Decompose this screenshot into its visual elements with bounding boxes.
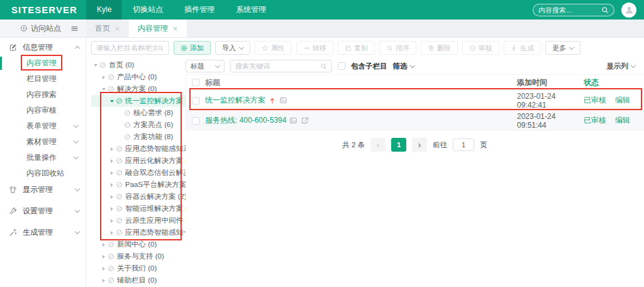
tree-node[interactable]: 关于我们 (0): [91, 262, 186, 274]
field-select[interactable]: 标题: [186, 60, 225, 72]
content-title-link[interactable]: 服务热线: 400-600-5394: [205, 115, 286, 126]
tree-toggle-icon[interactable]: [109, 100, 115, 103]
tree-toggle-icon[interactable]: [109, 195, 115, 199]
tree-node[interactable]: 新闻中心 (0): [91, 239, 186, 250]
review-button[interactable]: 审核: [462, 41, 499, 55]
tree-node[interactable]: 智能运维解决方案 (: [91, 203, 186, 215]
tree-toggle-icon[interactable]: [101, 88, 107, 91]
filter-toggle[interactable]: 筛选: [393, 62, 414, 71]
channel-search[interactable]: [91, 41, 169, 55]
sidebar-item-content-recycle-bin[interactable]: 内容回收站: [0, 166, 86, 181]
global-search[interactable]: [533, 4, 614, 16]
add-button[interactable]: 添加: [174, 41, 211, 55]
tree-toggle-icon[interactable]: [101, 267, 107, 271]
tab-content-management[interactable]: 内容管理: [129, 20, 187, 37]
app-logo[interactable]: SiteServer: [0, 0, 86, 20]
nav-system-management[interactable]: 系统管理: [225, 0, 277, 20]
prev-page-button[interactable]: [370, 138, 386, 152]
tree-toggle-icon[interactable]: [109, 207, 115, 211]
tree-node[interactable]: PaaS平台解决方案 (: [91, 179, 186, 191]
tree-node[interactable]: 首页 (0): [91, 59, 186, 71]
goto-page-input[interactable]: [453, 138, 474, 151]
tree-node[interactable]: 方案功能 (8): [91, 131, 186, 143]
delete-button[interactable]: 删除: [421, 41, 458, 55]
sidebar-item-material-management[interactable]: 素材管理: [0, 134, 86, 150]
collapse-sidebar-icon[interactable]: [70, 25, 79, 33]
tree-toggle-icon[interactable]: [101, 279, 107, 283]
tree-node-label: 融合双态信创云解决: [125, 168, 186, 177]
tree-node[interactable]: 解决方案 (0): [91, 83, 186, 95]
sidebar-item-info-management[interactable]: 信息管理: [0, 39, 86, 55]
transfer-button[interactable]: 转移: [296, 41, 333, 55]
next-page-button[interactable]: [412, 138, 427, 152]
global-search-input[interactable]: [538, 6, 601, 14]
tree-toggle-icon[interactable]: [109, 231, 115, 235]
generate-button[interactable]: 生成: [504, 41, 541, 55]
row-checkbox[interactable]: [192, 97, 199, 104]
tree-node[interactable]: 服务与支持 (0): [91, 250, 186, 262]
tree-node[interactable]: 统一监控解决方案 (: [91, 95, 186, 107]
sort-button[interactable]: 排序: [379, 41, 416, 55]
keyword-search[interactable]: [230, 60, 332, 72]
user-avatar[interactable]: [621, 3, 636, 18]
current-page-button[interactable]: 1: [391, 138, 406, 152]
tree-toggle-icon[interactable]: [109, 183, 115, 187]
tree-node-label: 核心需求 (8): [133, 108, 173, 118]
link-icon: [108, 241, 114, 248]
tree-node[interactable]: 容器云解决方案 (2): [91, 191, 186, 203]
tree-toggle-icon[interactable]: [109, 219, 115, 223]
tree-toggle-icon[interactable]: [109, 147, 115, 151]
nav-user[interactable]: Kyle: [86, 0, 122, 20]
tree-node[interactable]: 产品中心 (0): [91, 71, 186, 83]
chevron-down-icon: [75, 228, 80, 234]
more-button[interactable]: 更多: [545, 41, 580, 55]
select-all-checkbox[interactable]: [192, 79, 199, 86]
sidebar-item-generate-management[interactable]: 生成管理: [0, 224, 86, 240]
nav-plugin-management[interactable]: 插件管理: [174, 0, 225, 20]
tree-toggle-icon[interactable]: [101, 243, 107, 247]
sidebar-item-content-management[interactable]: 内容管理: [0, 55, 86, 71]
sidebar-item-content-search[interactable]: 内容搜索: [0, 87, 86, 103]
row-checkbox[interactable]: [192, 117, 199, 125]
sidebar-item-content-review[interactable]: 内容审核: [0, 103, 86, 118]
tree-node-label: 云原生应用中间件 (: [125, 216, 186, 225]
sidebar-item-settings-management[interactable]: 设置管理: [0, 203, 86, 219]
tab-close-icon[interactable]: [172, 26, 178, 31]
search-icon[interactable]: [601, 6, 609, 14]
link-icon: [116, 193, 123, 200]
tree-node[interactable]: 应用云化解决方案 (: [91, 155, 186, 167]
visit-site-link[interactable]: 访问站点: [20, 23, 61, 34]
tree-toggle-icon[interactable]: [109, 159, 115, 163]
tree-node[interactable]: 融合双态信创云解决: [91, 167, 186, 179]
tree-toggle-icon[interactable]: [101, 255, 107, 259]
tree-node[interactable]: 方案亮点 (6): [91, 119, 186, 131]
tree-toggle-icon[interactable]: [109, 171, 115, 175]
attributes-button[interactable]: 属性: [255, 41, 292, 55]
sidebar-item-form-management[interactable]: 表单管理: [0, 118, 86, 134]
edit-link[interactable]: 编辑: [615, 116, 630, 125]
tree-node[interactable]: 应用态势智能感知系: [91, 143, 186, 155]
import-button[interactable]: 导入: [215, 41, 250, 55]
keyword-input[interactable]: [235, 62, 320, 70]
search-icon: [320, 63, 327, 70]
edit-link[interactable]: 编辑: [615, 96, 630, 104]
nav-switch-site[interactable]: 切换站点: [122, 0, 174, 20]
sidebar-item-display-management[interactable]: 显示管理: [0, 181, 86, 198]
link-icon: [116, 145, 123, 152]
tree-node[interactable]: 云原生应用中间件 (: [91, 215, 186, 227]
tree-toggle-icon[interactable]: [92, 64, 99, 67]
tree-node[interactable]: 应用态势智能感知一: [91, 227, 186, 239]
content-title-link[interactable]: 统一监控解决方案: [205, 95, 265, 106]
copy-icon: [345, 45, 352, 52]
sidebar-item-batch-operations[interactable]: 批量操作: [0, 150, 86, 166]
tree-node[interactable]: 辅助栏目 (0): [91, 274, 186, 286]
copy-button[interactable]: 复制: [338, 41, 375, 55]
channel-search-input[interactable]: [96, 44, 157, 52]
tab-home[interactable]: 首页: [86, 20, 129, 37]
tab-close-icon[interactable]: [114, 26, 120, 31]
include-children-checkbox[interactable]: [338, 62, 345, 70]
display-columns-button[interactable]: 显示列: [607, 62, 636, 71]
tree-toggle-icon[interactable]: [101, 76, 107, 79]
tree-node[interactable]: 核心需求 (8): [91, 107, 186, 119]
sidebar-item-channel-management[interactable]: 栏目管理: [0, 71, 86, 87]
